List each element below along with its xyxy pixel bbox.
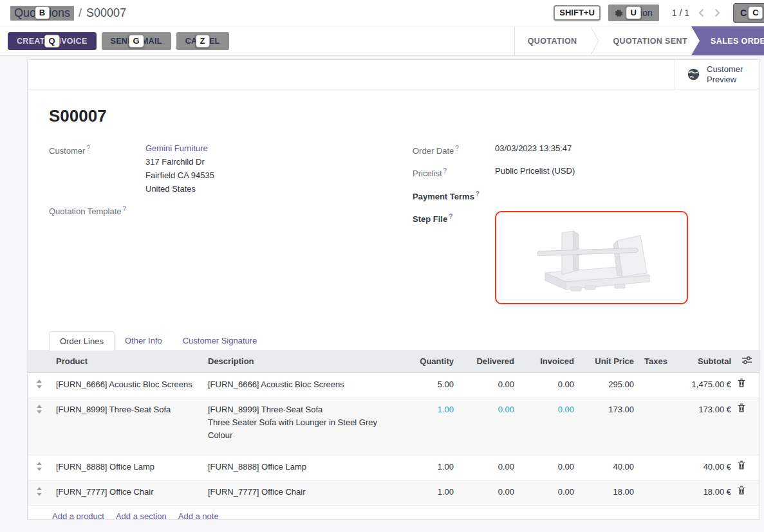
tab-customer-signature[interactable]: Customer Signature — [172, 331, 268, 350]
cell-unit-price[interactable]: 18.00 — [579, 480, 639, 505]
create-button[interactable]: C C — [733, 3, 764, 23]
cell-delivered[interactable]: 0.00 — [459, 455, 519, 480]
field-quotation-template: Quotation Template? — [49, 202, 387, 218]
cell-taxes[interactable] — [639, 480, 671, 505]
drag-handle-icon — [36, 380, 42, 389]
drag-handle[interactable] — [28, 455, 51, 480]
customer-preview-button[interactable]: Customer Preview — [675, 60, 759, 89]
tab-other-info[interactable]: Other Info — [115, 331, 172, 350]
add-section-link[interactable]: Add a section — [116, 511, 167, 520]
customer-field-label: Customer? — [49, 142, 145, 196]
drag-handle-icon — [36, 405, 42, 414]
delete-row-button[interactable] — [736, 480, 759, 505]
field-step-file: Step File? — [413, 210, 750, 304]
customer-link[interactable]: Gemini Furniture — [145, 143, 208, 153]
header-handle — [28, 350, 51, 373]
drag-handle[interactable] — [28, 398, 51, 455]
drag-handle[interactable] — [28, 372, 51, 398]
cell-delivered[interactable]: 0.00 — [459, 372, 519, 398]
cell-product[interactable]: [FURN_6666] Acoustic Bloc Screens — [51, 372, 203, 398]
breadcrumb-separator: / — [79, 6, 82, 20]
cell-unit-price[interactable]: 40.00 — [579, 455, 639, 480]
cell-quantity[interactable]: 1.00 — [400, 480, 459, 505]
cell-unit-price[interactable]: 173.00 — [579, 398, 639, 455]
cell-description[interactable]: [FURN_8999] Three-Seat Sofa Three Seater… — [203, 398, 400, 455]
globe-icon — [687, 68, 700, 81]
breadcrumb-quotations[interactable]: Quotations B — [10, 6, 74, 21]
add-product-link[interactable]: Add a product — [52, 511, 104, 520]
field-order-date: Order Date? 03/03/2023 13:35:47 — [413, 142, 750, 158]
cell-product[interactable]: [FURN_7777] Office Chair — [51, 480, 203, 505]
cell-taxes[interactable] — [639, 398, 671, 455]
action-menu-button[interactable]: Action U — [608, 5, 659, 21]
status-step-quotation[interactable]: QUOTATION — [515, 26, 590, 55]
cell-product[interactable]: [FURN_8888] Office Lamp — [51, 455, 203, 480]
cell-taxes[interactable] — [639, 372, 671, 398]
table-row: [FURN_6666] Acoustic Bloc Screens [FURN_… — [28, 372, 759, 398]
status-step-sales-order[interactable]: SALES ORDER — [691, 26, 764, 55]
delete-row-button[interactable] — [736, 372, 759, 398]
header-delivered: Delivered — [459, 350, 519, 373]
delete-row-button[interactable] — [736, 398, 759, 455]
chevron-left-icon — [698, 8, 704, 17]
cad-part-image — [514, 219, 669, 296]
cell-description[interactable]: [FURN_7777] Office Chair — [203, 480, 400, 505]
customer-field-value: Gemini Furniture 317 Fairchild Dr Fairfi… — [145, 142, 214, 196]
order-date-value[interactable]: 03/03/2023 13:35:47 — [495, 142, 572, 158]
cell-product[interactable]: [FURN_8999] Three-Seat Sofa — [51, 398, 203, 455]
drag-handle[interactable] — [28, 480, 51, 505]
cell-quantity[interactable]: 5.00 — [400, 372, 459, 398]
optional-columns-button[interactable] — [736, 350, 759, 373]
cell-invoiced[interactable]: 0.00 — [519, 480, 579, 505]
status-step-quotation-sent[interactable]: QUOTATION SENT — [600, 26, 700, 55]
cell-delivered[interactable]: 0.00 — [459, 480, 519, 505]
send-email-button[interactable]: SEND EMAIL G — [102, 32, 171, 50]
pricelist-label: Pricelist? — [413, 164, 495, 180]
cancel-button[interactable]: CANCEL Z — [176, 32, 229, 50]
header-quantity: Quantity — [400, 350, 459, 373]
cell-subtotal: 40.00 € — [671, 455, 736, 480]
add-note-link[interactable]: Add a note — [178, 511, 219, 520]
cell-taxes[interactable] — [639, 455, 671, 480]
hint-badge-action: U — [626, 6, 641, 19]
sliders-icon — [741, 356, 752, 365]
gear-icon — [615, 8, 624, 17]
help-icon: ? — [449, 213, 452, 220]
action-buttons: CREATE INVOICE Q SEND EMAIL G CANCEL Z — [0, 32, 229, 50]
notebook-tabs: Order Lines Other Info Customer Signatur… — [28, 331, 759, 350]
help-icon: ? — [86, 145, 90, 152]
cell-description[interactable]: [FURN_8888] Office Lamp — [203, 455, 400, 480]
form-sheet: Customer Preview S00007 Customer? Gemini… — [27, 59, 760, 520]
cell-description[interactable]: [FURN_6666] Acoustic Bloc Screens — [203, 372, 400, 398]
cell-delivered[interactable]: 0.00 — [459, 398, 519, 455]
help-icon: ? — [443, 167, 447, 174]
customer-address: 317 Fairchild Dr Fairfield CA 94535 Unit… — [145, 155, 214, 196]
delete-row-button[interactable] — [736, 455, 759, 480]
header-subtotal: Subtotal — [671, 350, 736, 373]
pager-previous-button[interactable] — [697, 7, 705, 19]
header-product: Product — [51, 350, 203, 373]
order-lines-table: Product Description Quantity Delivered I… — [28, 350, 759, 506]
cell-invoiced[interactable]: 0.00 — [519, 455, 579, 480]
tab-order-lines[interactable]: Order Lines — [49, 331, 115, 351]
cell-quantity[interactable]: 1.00 — [400, 455, 459, 480]
sheet-top-strip: Customer Preview — [28, 60, 759, 89]
step-file-image[interactable] — [495, 211, 688, 304]
create-invoice-button[interactable]: CREATE INVOICE Q — [8, 32, 97, 50]
pricelist-value[interactable]: Public Pricelist (USD) — [495, 164, 575, 180]
cell-invoiced[interactable]: 0.00 — [519, 398, 579, 455]
table-header-row: Product Description Quantity Delivered I… — [28, 350, 759, 373]
table-row: [FURN_7777] Office Chair [FURN_7777] Off… — [28, 480, 759, 505]
header-description: Description — [203, 350, 400, 373]
customer-preview-label: Customer Preview — [707, 64, 748, 85]
chevron-right-icon — [714, 8, 720, 17]
help-icon: ? — [476, 190, 480, 197]
pager-next-button[interactable] — [713, 7, 722, 19]
cell-quantity[interactable]: 1.00 — [400, 398, 459, 455]
cell-unit-price[interactable]: 295.00 — [579, 372, 639, 398]
main-content: Customer Preview S00007 Customer? Gemini… — [0, 56, 764, 532]
statusbar: QUOTATION QUOTATION SENT SALES ORDER — [514, 26, 764, 55]
top-bar: Quotations B / S00007 SHIFT+U Action U 1… — [0, 0, 764, 26]
step-file-label: Step File? — [413, 210, 495, 304]
cell-invoiced[interactable]: 0.00 — [519, 372, 579, 398]
